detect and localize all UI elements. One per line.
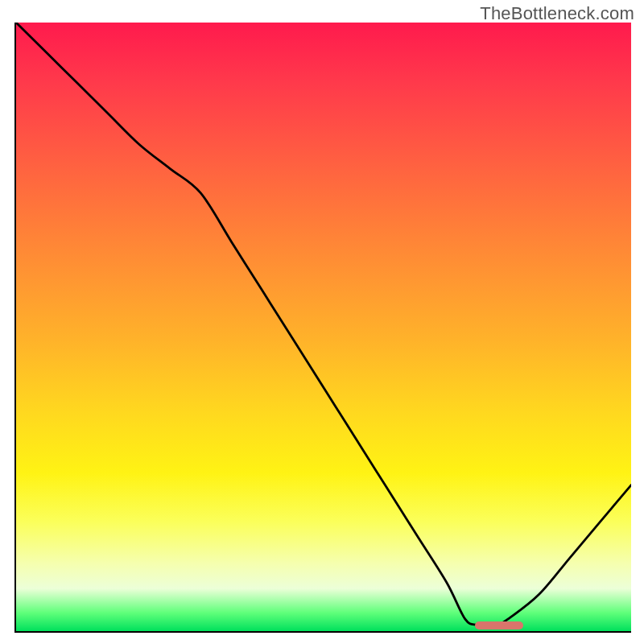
plot-area — [14, 23, 631, 633]
optimum-marker — [475, 621, 523, 630]
bottleneck-curve — [16, 23, 631, 631]
curve-path — [16, 23, 631, 625]
chart-container: TheBottleneck.com — [0, 0, 644, 644]
watermark-text: TheBottleneck.com — [480, 3, 634, 24]
